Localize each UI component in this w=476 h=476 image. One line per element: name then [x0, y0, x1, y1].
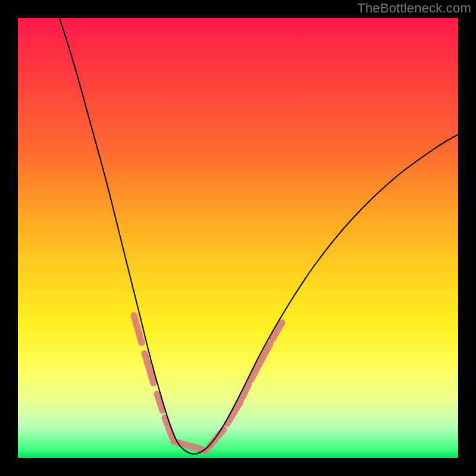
left-marker-band — [134, 315, 173, 438]
chart-frame: TheBottleneck.com — [0, 0, 476, 476]
svg-line-9 — [273, 322, 282, 339]
chart-svg — [18, 18, 458, 458]
svg-line-7 — [242, 384, 249, 399]
watermark-text: TheBottleneck.com — [357, 1, 471, 16]
svg-line-8 — [251, 344, 270, 380]
plot-area — [18, 18, 458, 458]
trough-marker-band — [174, 441, 206, 450]
main-curve — [60, 18, 458, 454]
svg-line-0 — [174, 441, 206, 450]
svg-line-5 — [209, 430, 224, 446]
svg-line-2 — [145, 353, 154, 383]
